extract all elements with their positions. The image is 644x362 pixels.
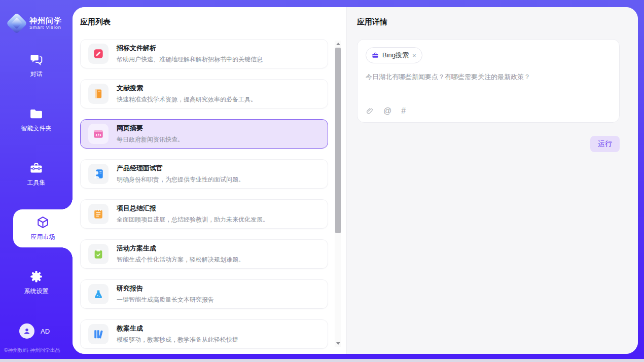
close-icon[interactable]: ×: [412, 52, 416, 59]
app-title: 项目总结汇报: [117, 204, 269, 213]
app-icon-wrap: [88, 164, 109, 184]
sidebar-item-settings[interactable]: 系统设置: [0, 270, 73, 296]
run-row: 运行: [357, 136, 620, 152]
app-icon-wrap: [88, 84, 109, 104]
briefcase-icon: [372, 52, 379, 59]
scroll-down-button[interactable]: [335, 340, 341, 347]
copyright-text: ©神州数码·神州问学出品: [0, 347, 73, 354]
gem-logo-icon: [6, 13, 27, 34]
sidebar-item-label: 系统设置: [24, 287, 49, 296]
app-icon-wrap: [88, 124, 109, 144]
app-desc: 智能生成个性化活动方案，轻松解决规划难题。: [117, 256, 244, 264]
sidebar-bottom: AD ©神州数码·神州问学出品: [0, 323, 73, 354]
bottom-strip: [0, 359, 644, 362]
sidebar-item-toolset[interactable]: 工具集: [0, 161, 73, 187]
app-desc: 每日政府新闻资讯快查。: [117, 135, 184, 144]
app-title: 文献搜索: [117, 84, 257, 93]
app-title: 招标文件解析: [117, 44, 263, 53]
app-card-project-summary[interactable]: 项目总结汇报 全面回顾项目进展，总结经验教训，助力未来优化发展。: [80, 199, 328, 229]
app-detail-panel: 应用详情 Bing搜索 × 今日湖北有哪些新闻要点？有哪些需要关注的最新政策？: [346, 7, 638, 354]
at-icon[interactable]: @: [383, 106, 391, 116]
app-detail-title: 应用详情: [357, 17, 620, 27]
folder-icon: [29, 107, 43, 121]
main-content: 应用列表 招标文件解析 帮助用户快速、准确地理解和解析招标书中的关键信息: [73, 7, 638, 354]
pen-square-icon: [93, 48, 104, 59]
user-account[interactable]: AD: [0, 323, 73, 339]
clipboard-check-icon: [93, 248, 104, 260]
paperclip-icon[interactable]: [366, 107, 374, 115]
app-desc: 快速精准查找学术资源，提高研究效率的必备工具。: [117, 95, 257, 104]
notepad-icon: [93, 208, 104, 220]
interviewer-icon: [93, 168, 104, 179]
prompt-input[interactable]: 今日湖北有哪些新闻要点？有哪些需要关注的最新政策？: [366, 72, 611, 82]
app-title: 研究报告: [117, 284, 214, 293]
books-icon: [93, 329, 104, 340]
app-title: 活动方案生成: [117, 244, 244, 253]
app-desc: 模板驱动，教案秒成，教学准备从此轻松快捷: [117, 336, 238, 344]
scrollbar-thumb[interactable]: [335, 48, 341, 233]
run-button[interactable]: 运行: [590, 136, 620, 152]
gear-icon: [29, 270, 43, 283]
app-icon-wrap: [88, 324, 109, 344]
scroll-up-button[interactable]: [335, 41, 341, 47]
app-cards: 招标文件解析 帮助用户快速、准确地理解和解析招标书中的关键信息 文献搜索: [80, 39, 328, 349]
prompt-toolbar: @ #: [366, 106, 611, 116]
app-card-web-summary[interactable]: 网页摘要 每日政府新闻资讯快查。: [80, 119, 328, 149]
tool-tag-bing-search[interactable]: Bing搜索 ×: [366, 47, 422, 63]
sidebar-item-label: 应用市场: [31, 233, 55, 241]
sidebar-item-app-market[interactable]: 应用市场: [13, 209, 73, 247]
flask-icon: [93, 288, 104, 300]
book-icon: [93, 88, 104, 99]
app-list-panel: 应用列表 招标文件解析 帮助用户快速、准确地理解和解析招标书中的关键信息: [73, 7, 346, 354]
app-card-pm-interviewer[interactable]: 产品经理面试官 明确身份和职责，为您提供专业性的面试问题。: [80, 159, 328, 189]
app-icon-wrap: [88, 204, 109, 224]
sidebar-item-label: 智能文件夹: [21, 124, 52, 133]
app-icon-wrap: [88, 284, 109, 304]
app-card-bid-parse[interactable]: 招标文件解析 帮助用户快速、准确地理解和解析招标书中的关键信息: [80, 39, 328, 68]
brand-logo: 神州问学 Smart Vision: [0, 0, 73, 39]
tool-tag-label: Bing搜索: [382, 51, 409, 60]
triangle-down-icon: [336, 342, 340, 345]
app-card-event-plan[interactable]: 活动方案生成 智能生成个性化活动方案，轻松解决规划难题。: [80, 239, 328, 269]
app-card-research-report[interactable]: 研究报告 一键智能生成高质量长文本研究报告: [80, 279, 328, 309]
app-desc: 帮助用户快速、准确地理解和解析招标书中的关键信息: [117, 55, 263, 64]
toolbox-icon: [29, 161, 43, 175]
app-icon-wrap: [88, 244, 109, 264]
app-list-title: 应用列表: [80, 17, 346, 27]
sidebar-nav: 对话 智能文件夹: [0, 39, 73, 310]
app-desc: 一键智能生成高质量长文本研究报告: [117, 296, 214, 304]
prompt-card: Bing搜索 × 今日湖北有哪些新闻要点？有哪些需要关注的最新政策？ @ #: [357, 39, 620, 123]
app-card-lesson-plan[interactable]: 教案生成 模板驱动，教案秒成，教学准备从此轻松快捷: [80, 319, 328, 349]
app-icon-wrap: [88, 44, 109, 64]
app-desc: 明确身份和职责，为您提供专业性的面试问题。: [117, 175, 244, 184]
triangle-up-icon: [336, 43, 340, 45]
avatar: [19, 323, 34, 339]
app-title: 教案生成: [117, 324, 238, 333]
app-desc: 全面回顾项目进展，总结经验教训，助力未来优化发展。: [117, 215, 269, 224]
sidebar-item-label: 工具集: [27, 178, 46, 187]
app-title: 网页摘要: [117, 124, 184, 133]
brand-name: 神州问学: [29, 17, 62, 25]
brand-subtitle: Smart Vision: [29, 25, 62, 30]
sidebar-item-chat[interactable]: 对话: [0, 53, 73, 79]
cube-icon: [36, 215, 50, 229]
user-name: AD: [41, 328, 50, 335]
browser-code-icon: [93, 128, 104, 139]
sidebar-item-smart-folders[interactable]: 智能文件夹: [0, 107, 73, 133]
app-window: 神州问学 Smart Vision 对话 智能: [0, 0, 644, 362]
chat-icon: [29, 53, 43, 66]
list-scrollbar[interactable]: [335, 41, 341, 347]
hash-icon[interactable]: #: [401, 106, 406, 116]
app-card-literature-search[interactable]: 文献搜索 快速精准查找学术资源，提高研究效率的必备工具。: [80, 79, 328, 108]
app-title: 产品经理面试官: [117, 164, 244, 173]
sidebar: 神州问学 Smart Vision 对话 智能: [0, 0, 73, 359]
sidebar-item-label: 对话: [30, 70, 43, 79]
user-icon: [23, 327, 31, 335]
